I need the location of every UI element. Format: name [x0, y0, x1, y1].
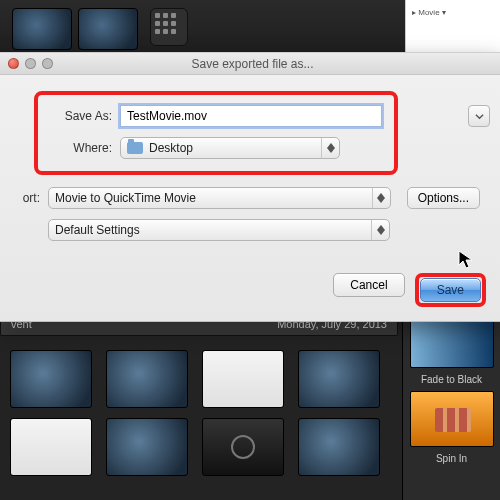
export-format-value: Movie to QuickTime Movie — [55, 191, 196, 205]
clip-thumbnail[interactable] — [10, 350, 92, 408]
where-select[interactable]: Desktop — [120, 137, 340, 159]
dialog-title: Save exported file as... — [53, 57, 452, 71]
expand-button[interactable] — [468, 105, 490, 127]
annotation-box-save: Save — [415, 273, 486, 307]
transition-label: Spin In — [436, 453, 467, 464]
filename-input[interactable] — [120, 105, 382, 127]
zoom-icon — [42, 58, 53, 69]
save-dialog: Save exported file as... Save As: Where:… — [0, 52, 500, 322]
clip-thumbnail[interactable] — [298, 418, 380, 476]
clip-thumbnail[interactable] — [10, 418, 92, 476]
annotation-box-top: Save As: Where: Desktop — [34, 91, 398, 175]
folder-icon — [127, 142, 143, 154]
settings-value: Default Settings — [55, 223, 140, 237]
transition-label: Fade to Black — [421, 374, 482, 385]
event-thumbnails — [0, 340, 400, 500]
dialog-titlebar[interactable]: Save exported file as... — [0, 53, 500, 75]
cancel-button[interactable]: Cancel — [333, 273, 404, 297]
settings-select[interactable]: Default Settings — [48, 219, 390, 241]
bg-thumbnail — [78, 8, 138, 50]
chevron-down-icon — [475, 112, 484, 121]
chevron-down-icon — [377, 198, 385, 203]
clip-thumbnail[interactable] — [202, 418, 284, 476]
save-button[interactable]: Save — [420, 278, 481, 302]
export-label: ort: — [10, 191, 40, 205]
export-format-select[interactable]: Movie to QuickTime Movie — [48, 187, 391, 209]
where-value: Desktop — [149, 141, 193, 155]
chevron-down-icon — [377, 230, 385, 235]
options-button[interactable]: Options... — [407, 187, 480, 209]
where-label: Where: — [50, 141, 112, 155]
close-icon[interactable] — [8, 58, 19, 69]
minimize-icon — [25, 58, 36, 69]
clip-thumbnail[interactable] — [202, 350, 284, 408]
transitions-panel: Fade to Black Spin In — [402, 302, 500, 500]
clip-thumbnail[interactable] — [106, 350, 188, 408]
bg-thumbnail — [12, 8, 72, 50]
cursor-icon — [458, 250, 474, 270]
clip-thumbnail[interactable] — [298, 350, 380, 408]
transition-spin-in[interactable] — [410, 391, 494, 447]
save-as-label: Save As: — [50, 109, 112, 123]
movie-dropdown[interactable]: ▸ Movie ▾ — [406, 0, 500, 25]
grid-button[interactable] — [150, 8, 188, 46]
chevron-down-icon — [327, 148, 335, 153]
clip-thumbnail[interactable] — [106, 418, 188, 476]
